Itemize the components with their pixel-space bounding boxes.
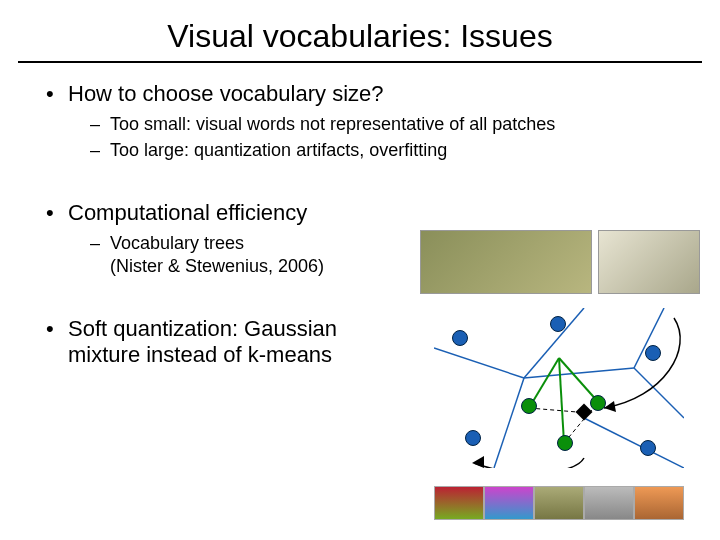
svg-marker-14 [472,456,484,468]
svg-line-3 [524,368,634,378]
tree-node-icon [557,435,573,451]
bullet-soft-quant: Soft quantization: Gaussian mixture inst… [40,316,408,368]
image-strip [434,486,684,520]
svg-line-9 [559,358,564,443]
tree-node-icon [521,398,537,414]
vocabulary-tree-figure [420,230,700,520]
svg-line-5 [634,368,684,418]
bullet-efficiency: Computational efficiency [40,200,680,226]
cluster-node-icon [640,440,656,456]
tree-node-icon [590,395,606,411]
butterfly-image [420,230,592,294]
svg-line-0 [434,348,524,378]
subbullet-too-small: Too small: visual words not representati… [40,113,680,136]
cluster-node-icon [452,330,468,346]
svg-line-6 [584,418,684,468]
subbullet-too-large: Too large: quantization artifacts, overf… [40,139,680,162]
slide-title: Visual vocabularies: Issues [0,18,720,55]
svg-line-1 [494,378,524,468]
bullet-vocab-size: How to choose vocabulary size? [40,81,680,107]
butterfly-patch-image [598,230,700,294]
cluster-node-icon [465,430,481,446]
cluster-node-icon [550,316,566,332]
title-rule [18,61,702,63]
cluster-node-icon [645,345,661,361]
